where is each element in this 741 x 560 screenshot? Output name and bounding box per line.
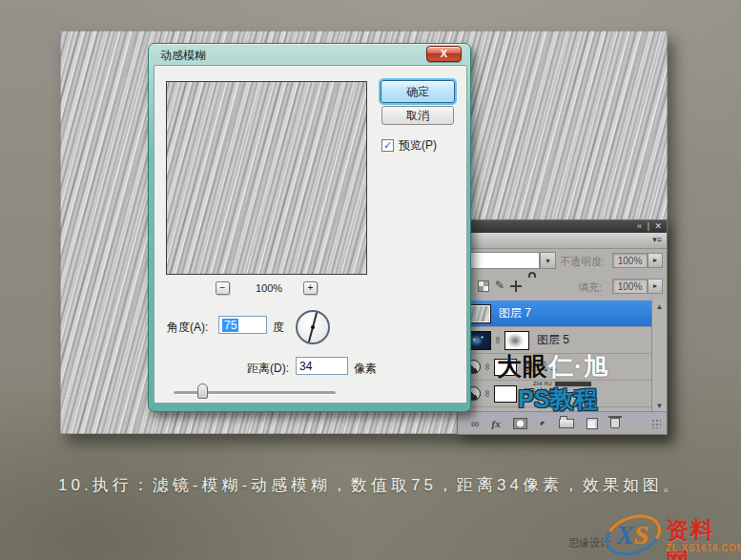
layer-name: 曲线 1	[525, 359, 557, 375]
motion-blur-dialog: 动感模糊 X − 100% + 角度(A): 75 度 距离(D): 34 像素…	[148, 43, 471, 412]
lock-pixels-brush-icon[interactable]: ✎	[495, 280, 504, 291]
opacity-value[interactable]: 100%	[612, 253, 648, 268]
lock-row: ✎ 填充: 100% ▸	[458, 274, 667, 300]
link-mask-chain-icon: ∞	[493, 336, 504, 345]
layers-panel: « ∣ ✕ ▾≡ ▼ 不透明度: 100% ▸ ✎ 填充: 100% ▸ 图层 …	[457, 219, 668, 435]
fill-label: 填充:	[578, 280, 602, 295]
scroll-down-icon[interactable]: ▼	[652, 402, 667, 410]
site-watermark: 思缘设计 XS 资料网 ZL.XS1616.COM	[563, 513, 739, 558]
link-mask-chain-icon: ∞	[483, 363, 493, 372]
layer-row-layer7[interactable]: 图层 7	[458, 301, 652, 327]
adjustment2-mask-thumbnail[interactable]	[494, 385, 517, 403]
distance-unit: 像素	[354, 361, 377, 377]
adjustment1-mask-thumbnail[interactable]	[494, 359, 517, 376]
new-group-folder-icon[interactable]	[559, 419, 574, 428]
site-url: ZL.XS1616.COM	[666, 543, 741, 553]
tutorial-step-caption: 10.执行：滤镜-模糊-动感模糊，数值取75，距离34像素，效果如图。	[0, 474, 741, 496]
zoom-in-button[interactable]: +	[303, 281, 318, 295]
blend-mode-select[interactable]	[462, 252, 540, 269]
opacity-label: 不透明度:	[560, 255, 605, 269]
lock-transparency-icon[interactable]	[478, 280, 489, 292]
layer-name: 图层 7	[499, 305, 531, 321]
filter-preview[interactable]	[166, 81, 367, 275]
fill-spinner-icon[interactable]: ▸	[648, 279, 663, 294]
layer-row-adjustment1[interactable]: ∞ 曲线 1	[458, 354, 652, 381]
opacity-spinner-icon[interactable]: ▸	[648, 253, 663, 268]
link-mask-chain-icon: ∞	[483, 389, 493, 399]
fill-value[interactable]: 100%	[612, 279, 648, 294]
titlebar-divider: ∣	[646, 221, 651, 231]
layers-panel-menu-row: ▾≡	[458, 233, 667, 249]
angle-dial-center-dot	[311, 325, 315, 329]
layers-panel-titlebar: « ∣ ✕	[458, 220, 667, 233]
layer-name: 曝光度 1	[525, 385, 568, 402]
dialog-titlebar[interactable]: 动感模糊 X	[149, 44, 470, 65]
panel-resize-grip[interactable]	[651, 419, 661, 428]
angle-value: 75	[222, 319, 238, 332]
angle-label: 角度(A):	[167, 320, 208, 336]
layers-scrollbar[interactable]: ▲ ▼	[651, 300, 667, 413]
ok-button[interactable]: 确定	[381, 80, 455, 103]
link-layers-icon[interactable]: ∞	[471, 418, 480, 429]
distance-label: 距离(D):	[247, 361, 289, 377]
distance-input[interactable]: 34	[296, 357, 348, 375]
angle-input[interactable]: 75	[218, 316, 267, 334]
dialog-close-button[interactable]: X	[426, 46, 462, 62]
layer5-mask-thumbnail[interactable]	[504, 331, 529, 350]
angle-dial[interactable]	[296, 310, 330, 344]
site-prefix-text: 思缘设计	[568, 536, 610, 550]
angle-unit: 度	[273, 320, 284, 336]
cancel-button[interactable]: 取消	[381, 106, 454, 125]
screenshot-stage: « ∣ ✕ ▾≡ ▼ 不透明度: 100% ▸ ✎ 填充: 100% ▸ 图层 …	[0, 0, 741, 560]
site-logo-text: XS	[616, 520, 648, 550]
layers-panel-bottom-bar: ∞ fx ◐	[458, 411, 667, 434]
add-layer-mask-icon[interactable]	[513, 418, 527, 429]
blend-mode-row: ▼ 不透明度: 100% ▸	[458, 248, 667, 274]
close-panel-icon[interactable]: ✕	[654, 221, 663, 231]
layers-list: 图层 7 ∞ 图层 5 ∞ 曲线 1 ∞ 曝光度 1	[458, 300, 667, 413]
scroll-up-icon[interactable]: ▲	[652, 302, 667, 311]
new-adjustment-layer-icon[interactable]: ◐	[537, 417, 550, 430]
distance-slider-handle[interactable]	[197, 384, 208, 399]
preview-checkbox[interactable]: ✓ 预览(P)	[381, 137, 437, 154]
panel-menu-icon[interactable]: ▾≡	[652, 235, 662, 244]
layer-name: 图层 5	[537, 332, 569, 348]
zoom-level: 100%	[242, 282, 296, 294]
preview-checkbox-label: 预览(P)	[399, 137, 437, 154]
checkbox-check-icon[interactable]: ✓	[381, 139, 394, 152]
new-layer-icon[interactable]	[587, 418, 598, 429]
dialog-body: − 100% + 角度(A): 75 度 距离(D): 34 像素 确定 取消 …	[154, 65, 467, 404]
layer-row-adjustment2[interactable]: ∞ 曝光度 1	[458, 381, 652, 407]
delete-layer-trash-icon[interactable]	[610, 418, 620, 428]
layer-style-fx-icon[interactable]: fx	[492, 418, 501, 429]
dialog-title: 动感模糊	[160, 48, 206, 64]
collapse-panel-icon[interactable]: «	[637, 221, 643, 231]
blend-mode-dropdown-arrow-icon[interactable]: ▼	[540, 252, 556, 269]
distance-value: 34	[299, 360, 312, 373]
zoom-out-button[interactable]: −	[216, 281, 230, 295]
layer-row-layer5[interactable]: ∞ 图层 5	[458, 327, 652, 354]
logo-letter-x: X	[616, 520, 634, 550]
logo-letter-s: S	[634, 520, 649, 550]
